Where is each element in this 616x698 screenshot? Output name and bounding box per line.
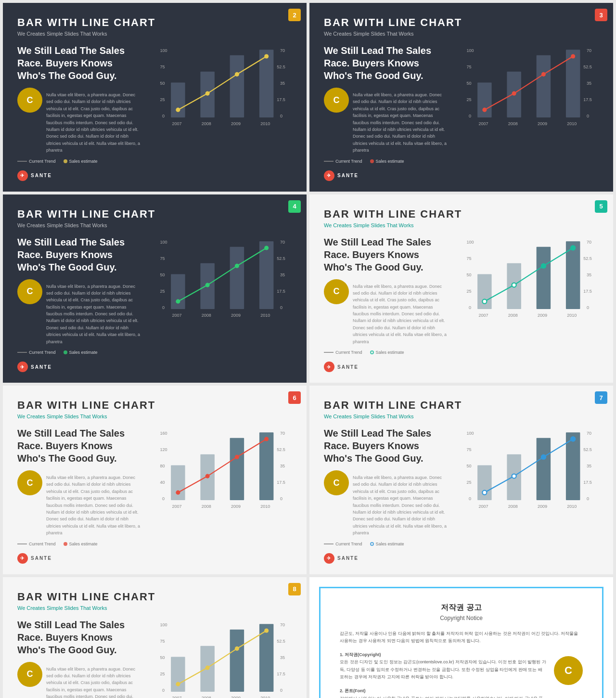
svg-text:0: 0	[162, 496, 165, 501]
sante-icon-2: ✈	[324, 170, 334, 181]
svg-text:2010: 2010	[567, 504, 577, 509]
svg-text:50: 50	[160, 655, 165, 660]
svg-text:70: 70	[587, 48, 591, 53]
legend-item-sales-1: Sales estimate	[64, 159, 98, 164]
svg-text:80: 80	[160, 464, 165, 468]
svg-text:2008: 2008	[508, 121, 518, 126]
svg-point-40	[482, 108, 487, 112]
svg-text:70: 70	[587, 431, 591, 436]
headline-2: We Still Lead The Sales Race. Buyers Kno…	[324, 44, 449, 82]
svg-text:0: 0	[280, 114, 282, 118]
svg-text:2010: 2010	[567, 121, 577, 126]
svg-text:35: 35	[587, 81, 591, 86]
chart-4: 100 75 50 25 0 70 52.5 35 17.5 0 2007 20…	[457, 236, 599, 323]
sante-logo-3: ✈ SANTE	[17, 362, 292, 372]
svg-text:100: 100	[160, 239, 167, 244]
sante-label-1: SANTE	[31, 173, 52, 178]
slide-number-6: 7	[595, 391, 607, 404]
svg-point-108	[235, 455, 239, 459]
svg-text:52.5: 52.5	[583, 65, 592, 69]
svg-point-153	[264, 628, 269, 633]
copyright-panel: 저작권 공고 Copyright Notice 감곤도, 저작물 사용이나 인용…	[309, 577, 613, 698]
legend-5: Current Trend Sales estimate	[17, 542, 142, 546]
svg-text:35: 35	[280, 655, 285, 660]
svg-point-86	[541, 263, 546, 268]
headline-6: We Still Lead The Sales Race. Buyers Kno…	[324, 427, 449, 465]
svg-text:75: 75	[160, 638, 165, 643]
svg-text:0: 0	[587, 305, 589, 310]
svg-text:70: 70	[587, 239, 591, 244]
slide-4: 5 BAR WITH LINE CHART We Creates Simple …	[309, 194, 613, 383]
svg-point-18	[176, 108, 180, 112]
svg-text:2009: 2009	[231, 504, 241, 509]
badge-6: C	[324, 470, 349, 495]
legend-label-trend-6: Current Trend	[335, 542, 362, 546]
svg-text:0: 0	[469, 496, 471, 501]
chart-6: 100 75 50 25 0 70 52.5 35 17.5 0 2007 20…	[457, 427, 599, 515]
body-text-2: Nulla vitae elit libero, a pharetra augu…	[353, 91, 449, 154]
svg-text:35: 35	[280, 464, 285, 468]
sante-label-5: SANTE	[31, 556, 52, 561]
svg-rect-144	[230, 629, 244, 691]
sante-icon-6: ✈	[324, 553, 334, 564]
svg-text:2008: 2008	[508, 312, 518, 317]
svg-text:17.5: 17.5	[583, 289, 592, 294]
svg-text:70: 70	[280, 239, 285, 244]
svg-text:52.5: 52.5	[277, 447, 285, 452]
svg-text:35: 35	[280, 272, 285, 277]
slide-subtitle-4: We Creates Simple Slides That Works	[324, 222, 599, 228]
legend-dot-sales-1	[64, 159, 67, 163]
svg-text:2008: 2008	[202, 312, 211, 317]
slide-number-4: 5	[595, 200, 607, 213]
svg-text:100: 100	[466, 239, 474, 244]
legend-label-sales-4: Sales estimate	[376, 350, 404, 355]
svg-text:75: 75	[466, 65, 471, 69]
svg-text:120: 120	[160, 447, 167, 452]
chart-7: 100 75 50 25 0 70 52.5 35 17.5 0 2007 20…	[150, 619, 292, 698]
legend-dot-3	[64, 350, 67, 354]
legend-3: Current Trend Sales estimate	[17, 350, 142, 355]
svg-text:2007: 2007	[478, 312, 488, 317]
svg-text:100: 100	[160, 622, 167, 627]
svg-text:2010: 2010	[260, 504, 270, 509]
badge-4: C	[324, 279, 349, 304]
legend-label-trend-1: Current Trend	[29, 159, 56, 164]
svg-point-85	[512, 283, 516, 287]
svg-point-19	[205, 91, 210, 96]
svg-text:25: 25	[160, 672, 165, 676]
legend-label-sales-5: Sales estimate	[69, 542, 98, 546]
sante-icon-5: ✈	[17, 553, 28, 564]
legend-label-sales-2: Sales estimate	[376, 159, 404, 164]
svg-text:17.5: 17.5	[277, 97, 285, 102]
main-grid: 2 BAR WITH LINE CHART We Creates Simple …	[0, 0, 616, 698]
badge-2: C	[324, 88, 349, 113]
svg-text:0: 0	[280, 496, 282, 501]
slide-subtitle-5: We Creates Simple Slides That Works	[17, 414, 292, 419]
svg-point-131	[571, 437, 575, 441]
headline-4: We Still Lead The Sales Race. Buyers Kno…	[324, 236, 449, 273]
legend-label-sales-1: Sales estimate	[69, 159, 98, 164]
legend-line-6	[324, 543, 334, 544]
slide-title-7: BAR WITH LINE CHART	[17, 591, 292, 603]
chart-5: 160 120 80 40 0 70 52.5 35 17.5 0 2007 2…	[150, 427, 292, 515]
svg-text:75: 75	[160, 65, 165, 69]
svg-text:70: 70	[280, 431, 285, 436]
svg-point-64	[235, 263, 239, 268]
svg-text:52.5: 52.5	[277, 65, 285, 69]
svg-text:2007: 2007	[172, 504, 181, 509]
legend-item-trend-2: Current Trend	[324, 159, 362, 164]
svg-rect-54	[171, 274, 185, 309]
slide-title-4: BAR WITH LINE CHART	[324, 208, 599, 220]
slide-title-3: BAR WITH LINE CHART	[17, 208, 292, 220]
copyright-title-kr: 저작권 공고	[441, 603, 481, 613]
sante-logo-5: ✈ SANTE	[17, 553, 292, 564]
legend-label-trend-5: Current Trend	[29, 542, 56, 546]
svg-point-130	[541, 455, 546, 459]
legend-line-4	[324, 352, 334, 353]
sante-label-2: SANTE	[337, 173, 359, 178]
svg-rect-100	[230, 438, 244, 500]
svg-point-87	[571, 246, 575, 250]
legend-dot-4	[370, 350, 374, 354]
legend-6: Current Trend Sales estimate	[324, 542, 449, 546]
svg-text:52.5: 52.5	[277, 638, 285, 643]
